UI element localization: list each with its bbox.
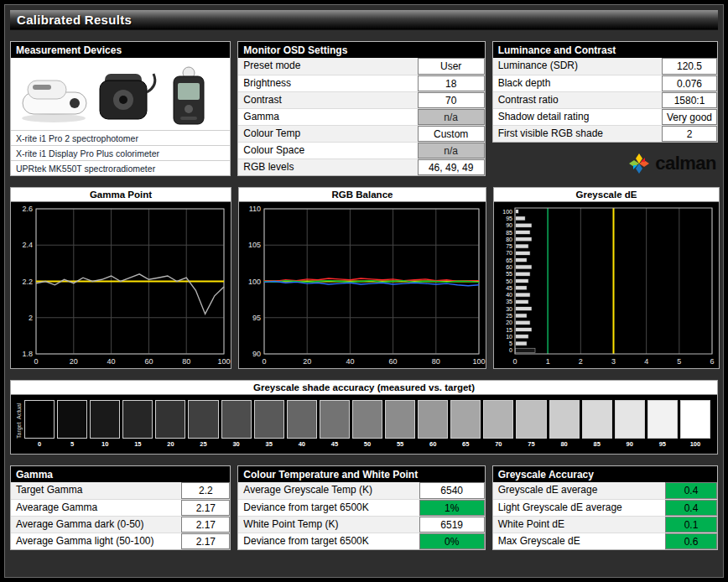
rgb-balance-panel: RGB Balance 0204060801009095100105110 (238, 187, 486, 369)
row-label: Deviance from target 6500K (238, 533, 419, 549)
table-row: Target Gamma2.2 (11, 482, 230, 499)
row-label: Colour Temp (238, 126, 417, 142)
de-bar (516, 307, 533, 311)
patch-target (517, 419, 545, 438)
svg-text:100: 100 (217, 357, 230, 366)
patch-target (550, 419, 579, 438)
patch-actual (484, 401, 512, 419)
greyscale-patch: 60 (418, 400, 448, 449)
de-bar (516, 258, 528, 262)
table-row: Max Greyscale dE0.6 (493, 533, 717, 549)
row-value: 2.17 (181, 517, 230, 533)
svg-text:105: 105 (248, 241, 261, 249)
patch-actual (681, 401, 710, 419)
de-bar (516, 341, 528, 346)
greyscale-patches: 0510152025303540455055606570758085909510… (24, 400, 710, 449)
de-bar (516, 216, 526, 221)
device-name: X-rite i1 Pro 2 spectrophotomer (11, 130, 230, 145)
svg-text:60: 60 (506, 264, 512, 270)
svg-text:70: 70 (506, 250, 512, 256)
patch-level-label: 70 (483, 439, 513, 449)
row-value: 0.076 (662, 75, 717, 91)
patch-level-label: 60 (418, 439, 448, 449)
row-label: Luminance (SDR) (493, 58, 662, 75)
patch-target (255, 419, 283, 438)
target-axis-label: Target (14, 420, 23, 440)
patch-level-label: 55 (385, 439, 415, 449)
patch-actual (91, 401, 119, 419)
greyscale-shade-accuracy-panel: Greyscale shade accuracy (measured vs. t… (10, 380, 718, 455)
table-row: First visible RGB shade2 (493, 125, 717, 142)
gamma-point-title: Gamma Point (11, 188, 231, 202)
svg-text:35: 35 (506, 299, 512, 304)
osd-settings-header: Monitor OSD Settings (238, 42, 484, 58)
patch-level-label: 45 (320, 439, 350, 449)
table-row: Average Greyscale Temp (K)6540 (238, 482, 484, 499)
patch-level-label: 50 (352, 439, 382, 449)
svg-text:0: 0 (509, 347, 512, 353)
row-value: 0% (419, 533, 485, 549)
calman-logo: calman (492, 153, 718, 174)
gamma-summary-panel: Gamma Target Gamma2.2Avearage Gamma2.17A… (10, 465, 231, 550)
svg-text:95: 95 (506, 216, 512, 221)
table-row: Preset modeUser (238, 58, 484, 75)
title-bar: Calibrated Results (10, 10, 718, 30)
gamma-point-chart: 0204060801001.822.22.42.6 (11, 202, 231, 368)
table-row: Black depth0.076 (493, 75, 717, 91)
patch-target (91, 419, 119, 438)
row-label: Colour Space (238, 143, 417, 158)
greyscale-patch: 100 (680, 400, 710, 449)
de-bar (516, 210, 519, 214)
colorimeter-image (100, 74, 155, 119)
patch-target (58, 419, 86, 438)
svg-text:2: 2 (29, 314, 33, 322)
strip-axis-labels: Actual Target (13, 400, 24, 449)
patch-actual (386, 401, 414, 419)
patch-target (320, 419, 349, 438)
bottom-row: Gamma Target Gamma2.2Avearage Gamma2.17A… (10, 465, 718, 550)
row-value: n/a (418, 109, 485, 125)
svg-text:5: 5 (509, 340, 512, 346)
row-value: 18 (418, 75, 485, 91)
row-label: Light Greyscale dE average (493, 500, 665, 516)
device-images (11, 58, 230, 130)
patch-target (451, 419, 480, 438)
patch-level-label: 85 (582, 439, 612, 449)
table-row: Contrast ratio1580:1 (493, 91, 717, 108)
patch-target (189, 419, 217, 438)
svg-text:25: 25 (506, 313, 512, 319)
de-bar (516, 327, 533, 331)
spectroradiometer-image (174, 67, 204, 124)
luminance-contrast-header: Luminance and Contrast (493, 42, 717, 58)
svg-text:60: 60 (389, 357, 398, 366)
patch-actual (25, 401, 54, 419)
svg-text:6: 6 (710, 357, 714, 366)
svg-text:90: 90 (506, 222, 512, 228)
de-bar (516, 244, 529, 248)
patch-target (583, 419, 611, 438)
device-name-list: X-rite i1 Pro 2 spectrophotomerX-rite i1… (11, 130, 230, 175)
svg-text:4: 4 (644, 357, 648, 366)
patch-level-label: 80 (549, 439, 580, 449)
patch-level-label: 15 (122, 439, 153, 449)
row-value: 2.2 (181, 482, 230, 499)
de-bar (516, 230, 531, 234)
greyscale-patch: 20 (155, 400, 185, 449)
svg-text:2.2: 2.2 (22, 278, 33, 286)
row-label: Average Greyscale Temp (K) (238, 482, 419, 499)
patch-target (484, 419, 512, 438)
greyscale-patch: 10 (90, 400, 120, 449)
de-bar (516, 286, 528, 290)
spectrophotometer-image (22, 81, 86, 122)
svg-text:100: 100 (248, 278, 261, 286)
svg-text:15: 15 (506, 327, 512, 333)
de-bar (516, 265, 533, 269)
row-label: Average Gamma dark (0-50) (11, 517, 181, 533)
svg-text:65: 65 (506, 257, 512, 263)
osd-settings-table: Preset modeUserBrightness18Contrast70Gam… (238, 58, 484, 175)
row-label: RGB levels (238, 159, 417, 175)
table-row: White Point Temp (K)6519 (238, 516, 484, 533)
table-row: Greyscale dE average0.4 (493, 482, 717, 499)
actual-axis-label: Actual (14, 401, 23, 421)
table-row: RGB levels46, 49, 49 (238, 158, 484, 175)
